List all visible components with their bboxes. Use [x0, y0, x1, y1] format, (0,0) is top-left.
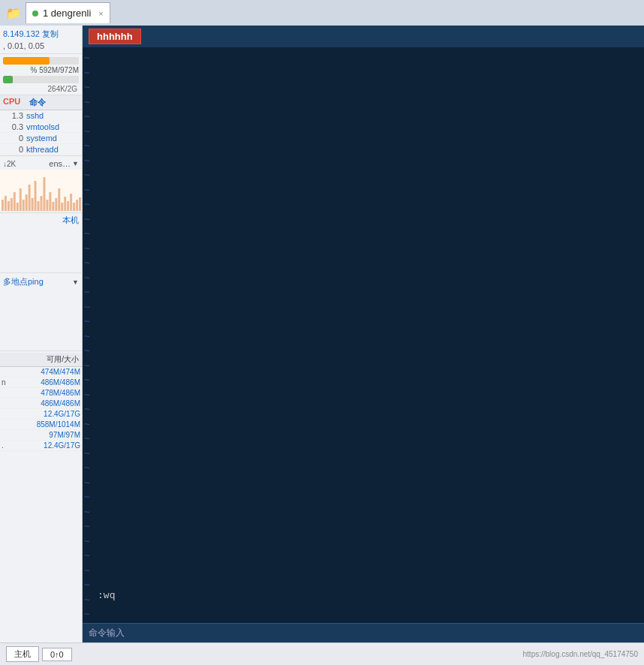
tilde-34: ~: [83, 548, 95, 563]
server-ip[interactable]: 8.149.132 复制: [3, 29, 79, 40]
disk-row-7: . 12.4G/17G: [0, 441, 82, 451]
tilde-2: ~: [83, 80, 95, 95]
tilde-39: ~: [83, 621, 95, 624]
swap-bar-container: [3, 76, 79, 83]
svg-rect-4: [14, 192, 16, 211]
tilde-6: ~: [83, 138, 95, 153]
svg-rect-25: [76, 200, 78, 211]
tilde-11: ~: [83, 212, 95, 227]
svg-rect-23: [70, 194, 72, 211]
tilde-26: ~: [83, 431, 95, 446]
svg-rect-11: [35, 181, 37, 211]
svg-rect-19: [58, 188, 60, 211]
ping-label[interactable]: 多地点ping: [3, 276, 44, 287]
svg-rect-8: [26, 194, 28, 211]
tilde-12: ~: [83, 226, 95, 241]
tilde-15: ~: [83, 270, 95, 285]
tilde-9: ~: [83, 182, 95, 197]
svg-rect-22: [67, 201, 69, 211]
svg-rect-13: [41, 196, 43, 211]
cpu-section: CPU 命令 1.3 sshd 0.3 vmtoolsd 0 systemd 0…: [0, 95, 82, 156]
net-speed: ↓2K: [3, 160, 16, 168]
ping-section: 多地点ping ▼: [0, 273, 82, 351]
tilde-32: ~: [83, 519, 95, 534]
disk-val-7: 12.4G/17G: [9, 441, 80, 450]
disk-name-1: n: [2, 378, 9, 387]
footer-url: https://blog.csdn.net/qq_45174750: [523, 650, 638, 658]
cpu-cmd-1[interactable]: vmtoolsd: [26, 122, 82, 131]
cpu-val-3: 0: [0, 145, 26, 154]
tab-item[interactable]: 1 dengrenli ×: [26, 2, 110, 23]
svg-rect-1: [5, 196, 7, 211]
tilde-17: ~: [83, 299, 95, 314]
tilde-7: ~: [83, 153, 95, 168]
net-name-text: ens…: [49, 159, 71, 168]
footer-btn-host[interactable]: 主机: [6, 646, 39, 662]
server-load: , 0.01, 0.05: [3, 40, 79, 52]
cpu-cmd-0[interactable]: sshd: [26, 111, 82, 120]
disk-val-0: 474M/474M: [9, 368, 80, 376]
local-label[interactable]: 本机: [3, 215, 79, 226]
net-section: ↓2K ens… ▼: [0, 156, 82, 213]
svg-rect-12: [38, 201, 40, 211]
cpu-header: CPU 命令: [0, 95, 82, 110]
disk-val-1: 486M/486M: [9, 378, 80, 387]
tilde-10: ~: [83, 197, 95, 212]
cmd-input-label: 命令输入: [89, 627, 125, 639]
cpu-val-1: 0.3: [0, 122, 26, 131]
ping-empty: [0, 289, 82, 349]
tilde-4: ~: [83, 109, 95, 124]
disk-row-3: 486M/486M: [0, 399, 82, 409]
disk-row-2: 478M/486M: [0, 388, 82, 399]
net-chart-svg: [0, 170, 82, 211]
folder-icon[interactable]: 📁: [3, 2, 24, 23]
svg-rect-16: [49, 192, 51, 211]
tilde-3: ~: [83, 95, 95, 110]
mem-bar-row: [3, 57, 79, 65]
tab-bar: 📁 1 dengrenli ×: [0, 0, 644, 26]
tilde-21: ~: [83, 358, 95, 373]
server-info: 8.149.132 复制 , 0.01, 0.05: [0, 26, 82, 54]
cmd-col-header: 命令: [26, 95, 82, 110]
cpu-val-2: 0: [0, 134, 26, 143]
tilde-33: ~: [83, 534, 95, 549]
tab-close-icon[interactable]: ×: [98, 9, 103, 18]
tilde-18: ~: [83, 314, 95, 329]
tilde-19: ~: [83, 329, 95, 344]
tilde-35: ~: [83, 563, 95, 578]
tilde-5: ~: [83, 124, 95, 139]
cpu-row: 0 kthreadd: [0, 144, 82, 155]
mem-section: % 592M/972M 264K/2G: [0, 54, 82, 95]
disk-row-0: 474M/474M: [0, 367, 82, 378]
footer-btn-count[interactable]: 0↑0: [42, 648, 72, 661]
svg-rect-24: [73, 203, 75, 211]
cpu-cmd-3[interactable]: kthreadd: [26, 145, 82, 154]
cpu-cmd-2[interactable]: systemd: [26, 134, 82, 143]
disk-row-5: 858M/1014M: [0, 420, 82, 430]
tilde-13: ~: [83, 241, 95, 256]
cpu-row: 0 systemd: [0, 133, 82, 144]
disk-val-4: 12.4G/17G: [9, 410, 80, 418]
tilde-25: ~: [83, 417, 95, 432]
tilde-16: ~: [83, 284, 95, 299]
swap-bar-row: [3, 76, 79, 83]
disk-header: 可用/大小: [0, 353, 82, 367]
svg-rect-3: [11, 198, 13, 211]
swap-bar-fill: [3, 76, 13, 83]
terminal-content[interactable]: ~ ~ ~ ~ ~ ~ ~ ~ ~ ~ ~ ~ ~ ~ ~ ~ ~ ~ ~ ~: [83, 47, 644, 623]
tilde-0: ~: [83, 50, 95, 65]
svg-rect-21: [64, 197, 66, 211]
svg-rect-10: [32, 198, 34, 211]
local-section: 本机: [0, 213, 82, 273]
cpu-row: 0.3 vmtoolsd: [0, 122, 82, 133]
cpu-col-header: CPU: [0, 95, 26, 110]
svg-rect-26: [79, 197, 81, 211]
svg-rect-14: [43, 177, 45, 211]
net-dropdown-icon[interactable]: ▼: [72, 160, 79, 167]
tilde-27: ~: [83, 446, 95, 461]
ping-dropdown-icon[interactable]: ▼: [72, 278, 79, 286]
mem-bar-container: [3, 57, 79, 65]
terminal-area[interactable]: hhhhhh ~ ~ ~ ~ ~ ~ ~ ~ ~ ~ ~ ~ ~ ~ ~ ~: [83, 26, 644, 642]
disk-section: 可用/大小 474M/474M n 486M/486M 478M/486M 48…: [0, 351, 82, 453]
tilde-23: ~: [83, 387, 95, 402]
